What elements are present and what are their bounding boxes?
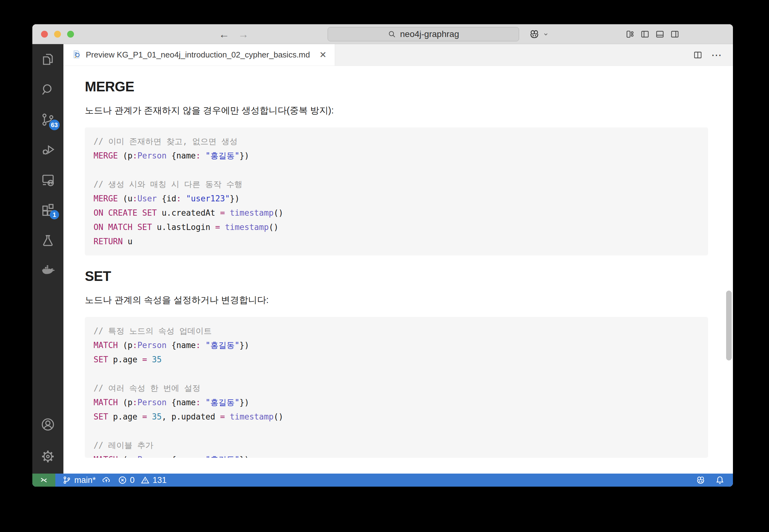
command-center-search[interactable]: neo4j-graphrag bbox=[328, 27, 519, 41]
code-block-set: // 특정 노드의 속성 업데이트MATCH (p:Person {name: … bbox=[85, 317, 708, 458]
files-icon bbox=[40, 52, 55, 67]
preview-scrollbar[interactable] bbox=[726, 291, 732, 360]
customize-layout-icon[interactable] bbox=[625, 30, 635, 39]
branch-name: main* bbox=[74, 475, 96, 485]
extensions-badge: 1 bbox=[50, 210, 59, 219]
tab-label: Preview KG_P1_01_neo4j_introduction_02_c… bbox=[86, 50, 310, 60]
forward-button[interactable]: → bbox=[238, 29, 249, 39]
traffic-lights bbox=[41, 31, 74, 38]
chevron-down-icon bbox=[542, 31, 549, 38]
zoom-window-button[interactable] bbox=[67, 31, 74, 38]
search-icon bbox=[40, 82, 55, 97]
remote-icon bbox=[39, 475, 48, 485]
close-window-button[interactable] bbox=[41, 31, 48, 38]
tab-close-icon[interactable]: ✕ bbox=[319, 50, 326, 60]
toggle-secondary-sidebar-icon[interactable] bbox=[670, 30, 679, 39]
sidebar-item-source-control[interactable]: 63 bbox=[32, 104, 63, 135]
activity-bar: 63 1 bbox=[32, 44, 63, 474]
sidebar-item-run-debug[interactable] bbox=[32, 135, 63, 165]
account-button[interactable] bbox=[32, 409, 63, 439]
more-actions-icon[interactable]: ⋯ bbox=[711, 50, 723, 60]
sidebar-item-extensions[interactable]: 1 bbox=[32, 195, 63, 225]
source-control-badge: 63 bbox=[49, 120, 60, 130]
minimize-window-button[interactable] bbox=[54, 31, 61, 38]
remote-explorer-icon bbox=[40, 172, 55, 187]
search-icon bbox=[388, 30, 396, 39]
beaker-icon bbox=[40, 233, 55, 248]
titlebar: ← → neo4j-graphrag bbox=[32, 24, 733, 44]
status-bar: main* 0 131 bbox=[32, 474, 733, 487]
search-query-text: neo4j-graphrag bbox=[400, 29, 459, 39]
vscode-window: ← → neo4j-graphrag bbox=[32, 24, 733, 487]
error-count: 0 bbox=[130, 475, 135, 485]
section-description-merge: 노드나 관계가 존재하지 않을 경우에만 생성합니다(중복 방지): bbox=[85, 104, 708, 117]
markdown-preview-icon bbox=[71, 49, 81, 61]
toggle-panel-icon[interactable] bbox=[655, 30, 665, 39]
error-icon bbox=[118, 475, 127, 485]
run-debug-icon bbox=[40, 142, 55, 157]
toggle-primary-sidebar-icon[interactable] bbox=[640, 30, 650, 39]
sidebar-item-search[interactable] bbox=[32, 74, 63, 104]
section-title-merge: MERGE bbox=[85, 79, 708, 94]
warning-count: 131 bbox=[153, 475, 167, 485]
sidebar-item-docker[interactable] bbox=[32, 255, 63, 285]
sidebar-item-explorer[interactable] bbox=[32, 44, 63, 74]
gear-icon bbox=[40, 449, 55, 464]
account-icon bbox=[40, 417, 55, 432]
git-branch-icon bbox=[62, 475, 71, 485]
docker-icon bbox=[40, 263, 55, 278]
tab-bar: Preview KG_P1_01_neo4j_introduction_02_c… bbox=[63, 44, 733, 66]
copilot-icon bbox=[529, 29, 540, 40]
sync-cloud-icon bbox=[102, 475, 111, 485]
code-block-merge: // 이미 존재하면 찾고, 없으면 생성MERGE (p:Person {na… bbox=[85, 127, 708, 255]
tab-markdown-preview[interactable]: Preview KG_P1_01_neo4j_introduction_02_c… bbox=[63, 44, 335, 66]
sidebar-item-remote-explorer[interactable] bbox=[32, 165, 63, 195]
remote-indicator[interactable] bbox=[32, 474, 55, 487]
settings-button[interactable] bbox=[32, 439, 63, 474]
copilot-status-icon[interactable] bbox=[696, 475, 706, 485]
section-title-set: SET bbox=[85, 268, 708, 284]
split-editor-icon[interactable] bbox=[693, 50, 702, 60]
markdown-preview-pane: MERGE 노드나 관계가 존재하지 않을 경우에만 생성합니다(중복 방지):… bbox=[63, 66, 733, 474]
problems-status[interactable]: 0 131 bbox=[118, 475, 167, 485]
section-description-set: 노드나 관계의 속성을 설정하거나 변경합니다: bbox=[85, 294, 708, 306]
notifications-bell-icon[interactable] bbox=[715, 475, 725, 485]
sidebar-item-testing[interactable] bbox=[32, 225, 63, 255]
branch-status[interactable]: main* bbox=[62, 475, 111, 485]
copilot-menu-button[interactable] bbox=[529, 29, 549, 40]
warning-icon bbox=[140, 475, 150, 485]
back-button[interactable]: ← bbox=[219, 29, 229, 39]
